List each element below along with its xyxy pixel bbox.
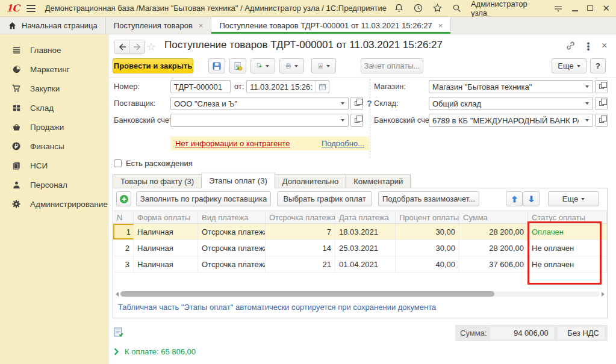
cell-payment-percent[interactable]: 30,00 <box>396 224 459 239</box>
supplier-field[interactable] <box>170 97 349 110</box>
cell-sum[interactable]: 28 200,00 <box>459 240 528 256</box>
cell-n[interactable]: 1 <box>113 224 134 239</box>
tab-payment-stages[interactable]: Этапы оплат (3) <box>202 173 275 188</box>
warehouse-input[interactable] <box>429 97 582 110</box>
scrollbar-thumb[interactable] <box>120 291 494 297</box>
column-header-payment-status[interactable]: Статус оплаты <box>528 211 607 223</box>
scrollbar-track[interactable] <box>120 291 600 297</box>
to-pay-link[interactable]: К оплате: 65 806,00 <box>125 347 196 356</box>
cell-payment-delay[interactable]: 14 <box>266 240 335 256</box>
close-tab-icon[interactable]: × <box>199 21 204 30</box>
payment-offset-button[interactable]: Зачет оплаты... <box>361 58 423 73</box>
sidebar-item-sales[interactable]: Продажи <box>0 117 108 137</box>
bank-account-input[interactable] <box>171 114 337 126</box>
sidebar-item-administration[interactable]: Администрирование <box>0 194 108 214</box>
close-form-icon[interactable]: × <box>602 41 607 51</box>
date-field[interactable] <box>246 80 329 93</box>
warehouse-field[interactable] <box>429 97 593 110</box>
back-icon[interactable] <box>114 40 129 54</box>
history-clock-icon[interactable] <box>413 3 423 13</box>
cell-n[interactable]: 2 <box>113 240 134 256</box>
cell-payment-percent[interactable]: 40,00 <box>396 256 459 272</box>
sidebar-item-finance[interactable]: Финансы <box>0 137 108 156</box>
cell-payment-status[interactable]: Не оплачен <box>528 240 607 256</box>
column-header-n[interactable]: N <box>113 211 134 223</box>
open-warehouse-icon[interactable] <box>595 97 608 110</box>
calendar-icon[interactable] <box>316 81 329 93</box>
get-link-icon[interactable] <box>565 42 576 52</box>
fill-by-supplier-schedule-button[interactable]: Заполнить по графику поставщика <box>136 191 271 206</box>
dropdown-arrow-icon[interactable] <box>337 97 348 110</box>
dropdown-arrow-icon[interactable] <box>582 114 593 126</box>
bank-account-field[interactable] <box>170 114 349 127</box>
dropdown-arrow-icon[interactable] <box>582 81 593 93</box>
move-row-down-button[interactable] <box>523 191 540 206</box>
tab-goods-receipt-document[interactable]: Поступление товаров ТДРТ-000001 от 11.03… <box>211 17 451 34</box>
horizontal-scrollbar[interactable] <box>116 290 605 298</box>
maximize-icon[interactable] <box>587 5 593 11</box>
tab-comment[interactable]: Комментарий <box>346 174 411 188</box>
column-header-payment-type[interactable]: Вид платежа <box>198 211 266 223</box>
column-header-sum[interactable]: Сумма <box>459 211 528 223</box>
cell-sum[interactable]: 37 606,00 <box>459 256 528 272</box>
store-field[interactable] <box>429 80 593 93</box>
date-input[interactable] <box>247 81 316 93</box>
column-header-payment-form[interactable]: Форма оплаты <box>134 211 198 223</box>
column-splitter[interactable] <box>370 79 370 158</box>
hamburger-menu-icon[interactable] <box>26 5 36 12</box>
scroll-left-icon[interactable] <box>116 292 119 297</box>
tab-goods-by-fact[interactable]: Товары по факту (3) <box>113 174 202 188</box>
number-input[interactable] <box>170 80 231 93</box>
dropdown-arrow-icon[interactable] <box>337 114 348 126</box>
column-header-payment-percent[interactable]: Процент оплаты <box>396 211 459 223</box>
close-window-icon[interactable]: ✕ <box>602 4 610 13</box>
store-input[interactable] <box>429 81 582 93</box>
column-header-payment-delay[interactable]: Отсрочка платежа <box>266 211 335 223</box>
table-row[interactable]: 2 Наличная Отсрочка платежа 14 25.03.202… <box>113 240 607 256</box>
cell-payment-delay[interactable]: 21 <box>266 256 335 272</box>
dropdown-arrow-icon[interactable] <box>582 97 593 110</box>
bank-account2-input[interactable] <box>429 114 582 126</box>
sidebar-item-main[interactable]: Главное <box>0 40 108 60</box>
open-bank-account2-icon[interactable] <box>595 114 608 127</box>
more-menu-dots-icon[interactable]: ••• <box>586 42 590 51</box>
sidebar-item-nsi[interactable]: НСИ <box>0 156 108 175</box>
save-button[interactable] <box>208 58 225 73</box>
cell-payment-type[interactable]: Отсрочка платежа <box>198 224 266 239</box>
more-button[interactable]: Еще <box>552 58 586 73</box>
cell-payment-percent[interactable]: 30,00 <box>396 240 459 256</box>
sidebar-item-marketing[interactable]: Маркетинг <box>0 60 108 79</box>
cell-payment-status[interactable]: Не оплачен <box>528 256 607 272</box>
search-icon[interactable] <box>452 3 462 13</box>
no-counterparty-info-link[interactable]: Нет информации о контрагенте <box>175 139 290 148</box>
to-pay-expander[interactable]: К оплате: 65 806,00 <box>114 347 196 356</box>
cell-payment-type[interactable]: Отсрочка платежа <box>198 256 266 272</box>
cell-sum[interactable]: 28 200,00 <box>459 224 528 239</box>
sidebar-item-personnel[interactable]: Персонал <box>0 175 108 194</box>
table-more-button[interactable]: Еще <box>548 191 599 206</box>
favorite-star-icon[interactable]: ☆ <box>146 40 156 54</box>
forward-icon[interactable] <box>129 40 145 54</box>
post-and-close-button[interactable]: Провести и закрыть <box>113 58 193 73</box>
sidebar-item-warehouse[interactable]: Склад <box>0 98 108 117</box>
favorites-star-icon[interactable] <box>432 3 443 13</box>
current-user[interactable]: Администратор узла <box>471 0 545 17</box>
cell-payment-form[interactable]: Наличная <box>134 224 198 239</box>
table-row[interactable]: 3 Наличная Отсрочка платежа 21 01.04.202… <box>113 256 607 273</box>
minimize-icon[interactable] <box>572 5 578 11</box>
tab-home[interactable]: Начальная страница <box>0 17 106 34</box>
settings-icon[interactable] <box>553 4 563 13</box>
select-offset-button[interactable]: Подобрать взаимозачет... <box>378 191 479 206</box>
sidebar-item-purchases[interactable]: Закупки <box>0 79 108 98</box>
cell-payment-type[interactable]: Отсрочка платежа <box>198 240 266 256</box>
add-row-button[interactable] <box>116 191 131 206</box>
open-supplier-icon[interactable] <box>350 97 363 110</box>
details-link[interactable]: Подробно... <box>322 139 364 148</box>
cell-payment-date[interactable]: 18.03.2021 <box>335 224 396 239</box>
cell-payment-delay[interactable]: 7 <box>266 224 335 239</box>
tab-additional[interactable]: Дополнительно <box>275 174 347 188</box>
bank-account2-field[interactable] <box>429 114 593 127</box>
cell-payment-status[interactable]: Оплачен <box>528 224 607 239</box>
scroll-right-icon[interactable] <box>602 292 605 297</box>
close-tab-icon[interactable]: × <box>438 21 443 30</box>
